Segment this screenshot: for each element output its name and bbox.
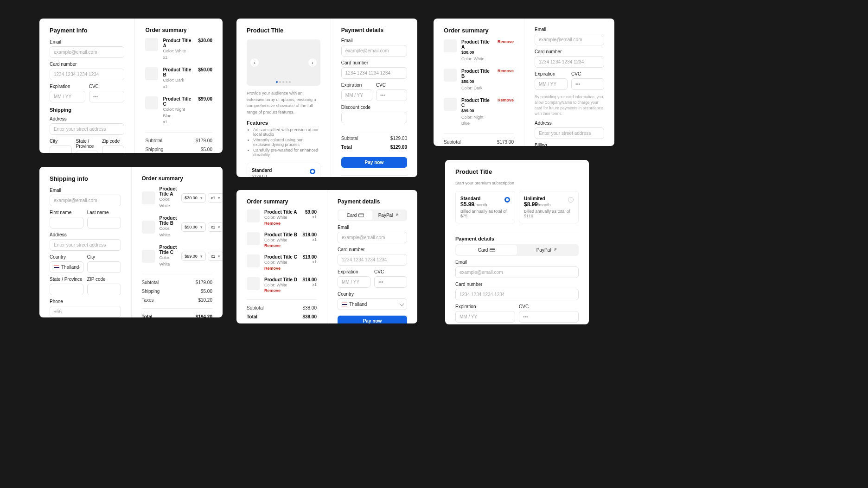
tab-card[interactable]: Card — [456, 245, 517, 255]
city-input[interactable] — [87, 261, 121, 273]
remove-button[interactable]: Remove — [264, 266, 298, 271]
label: Card number — [50, 62, 124, 67]
features-header: Features — [247, 120, 320, 126]
phone-input[interactable] — [50, 306, 121, 317]
product-title: Product Title — [247, 27, 320, 34]
card-input[interactable] — [338, 254, 407, 266]
remove-button[interactable]: Remove — [264, 243, 298, 248]
gallery-next-button[interactable]: › — [308, 58, 317, 67]
payment-details-title: Payment details — [455, 236, 579, 241]
label: CVC — [89, 84, 125, 89]
tab-card[interactable]: Card — [338, 210, 372, 220]
product-detail-card: Product Title ‹ › Provide your audience … — [236, 19, 417, 177]
address-input[interactable] — [50, 239, 121, 251]
exp-input[interactable] — [338, 276, 370, 288]
order-item: Product Title CColor: Night Bluex1$99.00 — [145, 96, 212, 126]
exp-input[interactable] — [455, 311, 515, 323]
email-input[interactable] — [50, 46, 124, 58]
feature-item: Artisan-crafted with precision at our lo… — [253, 127, 320, 137]
label: Expiration — [50, 84, 85, 89]
last-name-input[interactable] — [87, 217, 121, 228]
zip-input[interactable] — [102, 146, 124, 153]
remove-button[interactable]: Remove — [498, 39, 514, 44]
label: Zip code — [102, 139, 124, 144]
country-select[interactable]: Thailand — [338, 298, 407, 310]
email-input[interactable] — [535, 34, 604, 45]
card-input[interactable] — [455, 289, 579, 300]
section-title: Shipping info — [50, 175, 121, 182]
gallery-prev-button[interactable]: ‹ — [250, 58, 259, 67]
tab-paypal[interactable]: PayPal — [372, 210, 406, 220]
order-item: Product Title BColor: Darkx1$50.00 — [145, 67, 212, 90]
email-input[interactable] — [341, 45, 407, 57]
thumbnail — [145, 38, 158, 51]
price-select[interactable]: $30.00 ▾ — [181, 193, 206, 203]
city-input[interactable] — [50, 146, 72, 153]
product-title: Product Title — [455, 168, 579, 175]
discount-input[interactable] — [341, 112, 407, 123]
address-input[interactable] — [50, 123, 124, 135]
label: State / Province — [76, 139, 98, 149]
tier-option-standard[interactable]: Standard $129.00 Perfect for solo freela… — [247, 163, 320, 177]
paypal-icon — [553, 248, 558, 252]
cvc-input[interactable] — [89, 91, 125, 102]
qty-select[interactable]: x1 ▾ — [208, 193, 223, 203]
radio-selected-icon — [504, 197, 510, 203]
cvc-input[interactable] — [519, 311, 579, 323]
feature-item: Carefully pre-washed for enhanced durabi… — [253, 148, 320, 157]
country-select[interactable]: Thailand — [50, 261, 83, 273]
cvc-input[interactable] — [571, 78, 604, 90]
exp-input[interactable] — [535, 78, 568, 90]
card-icon — [358, 213, 364, 217]
state-input[interactable] — [50, 284, 83, 295]
plan-unlimited[interactable]: Unlimited $8.99/month Billed annually as… — [519, 191, 579, 223]
section-title: Payment info — [50, 27, 124, 34]
remove-button[interactable]: Remove — [498, 98, 514, 102]
watermark: ©Frames X — [18, 472, 64, 473]
state-input[interactable] — [76, 151, 98, 153]
radio-unselected-icon — [568, 197, 574, 203]
order-summary-title: Order summary — [444, 27, 514, 34]
payment-info-card: Payment info Email Card number Expiratio… — [39, 19, 223, 153]
card-icon — [490, 248, 495, 252]
flag-icon — [54, 266, 59, 269]
product-description: Provide your audience with an extensive … — [247, 90, 320, 115]
address-input[interactable] — [535, 127, 604, 139]
shipping-header: Shipping — [50, 107, 124, 113]
order-summary-title: Order summary — [145, 27, 212, 33]
shipping-info-card: Shipping info Email First name Last name… — [39, 167, 223, 317]
cvc-input[interactable] — [374, 276, 407, 288]
tab-paypal[interactable]: PayPal — [517, 245, 578, 255]
price-select[interactable]: $99.00 ▾ — [181, 252, 206, 261]
zip-input[interactable] — [87, 284, 121, 295]
qty-select[interactable]: x1 ▾ — [208, 252, 223, 261]
remove-button[interactable]: Remove — [264, 221, 300, 226]
remove-button[interactable]: Remove — [498, 69, 514, 73]
first-name-input[interactable] — [50, 217, 83, 228]
qty-select[interactable]: x1 ▾ — [208, 222, 223, 232]
remove-button[interactable]: Remove — [264, 288, 298, 293]
label: City — [50, 139, 72, 144]
plan-standard[interactable]: Standard $5.99/month Billed annually as … — [455, 191, 515, 223]
paypal-icon — [395, 213, 400, 217]
email-input[interactable] — [455, 266, 579, 278]
exp-input[interactable] — [50, 91, 85, 102]
exp-input[interactable] — [341, 89, 372, 101]
label: Email — [50, 39, 124, 44]
email-input[interactable] — [50, 195, 121, 206]
accordion-billing[interactable]: Billing address — [341, 175, 407, 177]
thumbnail — [145, 67, 158, 80]
email-input[interactable] — [338, 232, 407, 243]
card-input[interactable] — [535, 56, 604, 68]
order-item: Product Title AColor: Whitex1$30.00 — [145, 38, 212, 61]
cvc-input[interactable] — [376, 89, 407, 101]
card-input[interactable] — [50, 69, 124, 80]
flag-icon — [342, 303, 347, 306]
subtitle: Start your premium subscription — [455, 181, 579, 185]
pay-button[interactable]: Pay now — [338, 316, 407, 323]
subscription-card: Product Title Start your premium subscri… — [445, 160, 589, 324]
price-select[interactable]: $50.00 ▾ — [181, 222, 206, 232]
order-summary-card: Order summary Product Title A$30.00Color… — [434, 19, 614, 146]
card-input[interactable] — [341, 67, 407, 79]
pay-button[interactable]: Pay now — [341, 157, 407, 168]
